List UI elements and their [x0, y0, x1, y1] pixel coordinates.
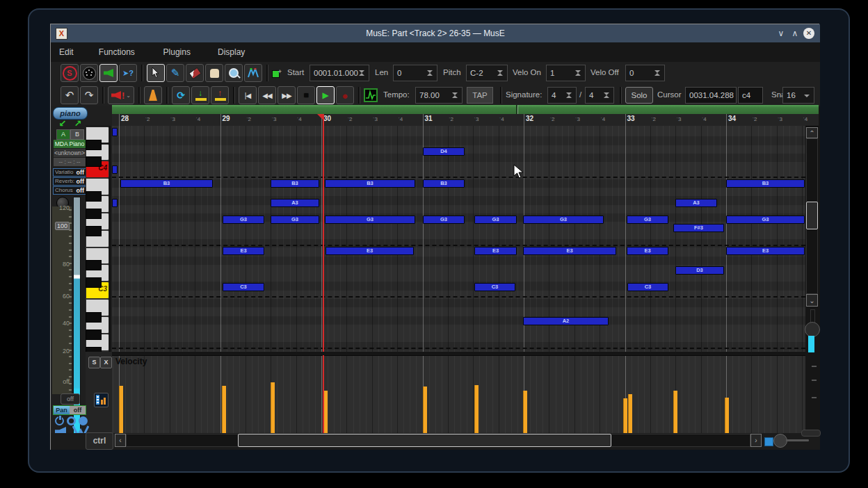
- midi-note-fragment[interactable]: [112, 199, 118, 207]
- midi-note[interactable]: E3: [726, 247, 805, 255]
- midi-note[interactable]: G3: [523, 215, 604, 224]
- midi-note[interactable]: C3: [223, 283, 264, 291]
- record-button[interactable]: ●: [336, 86, 354, 104]
- black-key[interactable]: [86, 260, 102, 270]
- velocity-bar[interactable]: [628, 394, 632, 433]
- punch-in-button[interactable]: ↓: [191, 86, 209, 104]
- pan-tool-button[interactable]: [205, 64, 223, 82]
- piano-keyboard[interactable]: C4C3: [86, 126, 111, 352]
- scroll-down-button[interactable]: ⌄: [806, 294, 818, 307]
- metronome-button[interactable]: [144, 86, 162, 104]
- minimize-button[interactable]: ∨: [774, 27, 788, 40]
- variation-send-row[interactable]: Variatiooff: [53, 168, 86, 177]
- pan-control[interactable]: Pan off: [53, 405, 86, 415]
- reverb-send-row[interactable]: Reverb:off: [53, 177, 86, 186]
- select-a-button[interactable]: A: [56, 129, 70, 140]
- velocity-bar[interactable]: [725, 398, 729, 433]
- timeline-ruler[interactable]: 28ˈ2ˈ3ˈ429ˈ2ˈ3ˈ430ˈ2ˈ3ˈ431ˈ2ˈ3ˈ432ˈ2ˈ3ˈ4…: [112, 114, 819, 127]
- controller-select-icon[interactable]: [94, 393, 108, 407]
- midi-note[interactable]: G3: [627, 215, 668, 224]
- menu-item-functions[interactable]: Functions: [99, 42, 135, 62]
- instrument-name[interactable]: MDA Piano: [54, 140, 86, 148]
- black-key[interactable]: [86, 140, 102, 150]
- hzoom-slider-knob[interactable]: [773, 434, 787, 448]
- midi-note-fragment[interactable]: [112, 128, 118, 136]
- midi-note[interactable]: E3: [474, 247, 517, 255]
- stop-button[interactable]: ■: [297, 86, 315, 104]
- play-button[interactable]: ▶: [316, 86, 335, 104]
- undo-button[interactable]: ↶: [61, 86, 79, 104]
- velocity-bar[interactable]: [523, 391, 527, 433]
- scale-label-100[interactable]: 100: [55, 222, 70, 230]
- dot-icon[interactable]: [79, 416, 88, 425]
- solo-icon-button[interactable]: S: [61, 64, 79, 82]
- velocity-bar[interactable]: [222, 386, 226, 433]
- port-name[interactable]: <unknown>: [54, 149, 86, 157]
- midi-note[interactable]: E3: [223, 247, 264, 255]
- velocity-lane[interactable]: [112, 355, 805, 433]
- power-icon[interactable]: [55, 416, 64, 425]
- tempo-spinbox[interactable]: 78.00: [415, 87, 463, 104]
- midi-thru-button[interactable]: [80, 64, 98, 82]
- midi-note[interactable]: E3: [523, 247, 616, 255]
- piano-roll[interactable]: D4B3B3B3B3B3A3A3G3G3G3G3G3G3G3G3F#3E3E3E…: [112, 126, 805, 352]
- tap-button[interactable]: TAP: [467, 87, 493, 104]
- sig-numerator-spinbox[interactable]: 4: [547, 87, 577, 104]
- midi-note[interactable]: G3: [325, 215, 415, 224]
- velo-off-spinbox[interactable]: 0: [625, 65, 665, 81]
- pitch-spinbox[interactable]: C-2: [466, 65, 508, 81]
- black-key[interactable]: [86, 312, 102, 323]
- black-key[interactable]: [86, 330, 102, 340]
- menu-item-plugins[interactable]: Plugins: [163, 42, 191, 62]
- midi-note[interactable]: B3: [271, 179, 319, 188]
- midi-note[interactable]: E3: [627, 247, 668, 255]
- black-key[interactable]: [86, 209, 102, 219]
- midi-note[interactable]: B3: [325, 179, 415, 188]
- midi-note[interactable]: C3: [627, 283, 668, 291]
- step-record-icon[interactable]: +: [272, 68, 282, 78]
- midi-note[interactable]: G3: [726, 215, 805, 224]
- vzoom-slider-knob[interactable]: [805, 322, 820, 337]
- ring-icon[interactable]: [67, 416, 76, 425]
- midi-note[interactable]: B3: [726, 179, 805, 188]
- v-scrollbar-thumb[interactable]: [806, 202, 818, 229]
- prev-part-arrow-icon[interactable]: ↙: [56, 118, 69, 129]
- slider-off-button[interactable]: off: [61, 393, 80, 405]
- speaker-button[interactable]: [99, 64, 118, 82]
- goto-start-button[interactable]: |◀: [239, 86, 257, 104]
- start-spinbox[interactable]: 0001.01.000: [310, 65, 369, 81]
- velocity-bar[interactable]: [623, 398, 627, 433]
- panic-button[interactable]: !⌄: [108, 86, 134, 104]
- midi-note[interactable]: G3: [223, 215, 264, 224]
- maximize-button[interactable]: ∧: [788, 27, 802, 40]
- velo-on-spinbox[interactable]: 1: [546, 65, 586, 81]
- velocity-bar[interactable]: [271, 382, 275, 433]
- midi-note[interactable]: G3: [474, 215, 517, 224]
- eraser-tool-button[interactable]: [186, 64, 204, 82]
- scroll-left-button[interactable]: ‹: [115, 434, 126, 447]
- midi-note[interactable]: E3: [326, 247, 414, 255]
- velocity-bar[interactable]: [474, 385, 479, 433]
- pencil-tool-button[interactable]: ✎: [166, 64, 184, 82]
- velocity-bar[interactable]: [423, 387, 427, 433]
- close-button[interactable]: ✕: [803, 28, 814, 39]
- midi-note[interactable]: B3: [423, 179, 465, 188]
- black-key[interactable]: [86, 226, 102, 236]
- velocity-bar[interactable]: [673, 391, 677, 433]
- midi-note[interactable]: B3: [120, 179, 213, 188]
- redo-button[interactable]: ↷: [80, 86, 98, 104]
- forward-button[interactable]: ▶▶: [278, 86, 296, 104]
- rewind-button[interactable]: ◀◀: [258, 86, 276, 104]
- midi-note[interactable]: A3: [675, 199, 717, 207]
- tempo-led-icon[interactable]: [364, 88, 378, 102]
- select-b-button[interactable]: B: [70, 129, 84, 140]
- len-spinbox[interactable]: 0: [393, 65, 437, 81]
- lane-close-button[interactable]: X: [100, 357, 112, 368]
- menu-item-display[interactable]: Display: [218, 42, 245, 62]
- pointer-tool-button[interactable]: [147, 64, 165, 82]
- midi-note[interactable]: D4: [423, 147, 465, 156]
- black-key[interactable]: [86, 191, 102, 202]
- solo-button[interactable]: Solo: [625, 87, 653, 104]
- velocity-bar[interactable]: [119, 386, 123, 433]
- draw-tool-button[interactable]: [244, 64, 262, 82]
